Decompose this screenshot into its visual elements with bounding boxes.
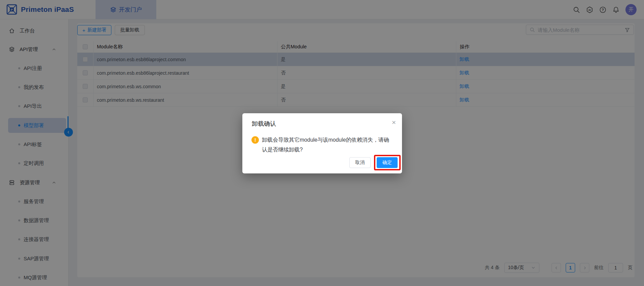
close-icon[interactable]: × [392, 119, 396, 126]
app-screen: P Primeton iPaaS 开发门户 AI ? [0, 0, 644, 286]
cancel-button[interactable]: 取消 [349, 157, 371, 168]
unload-confirm-dialog: 卸载确认 × ! 卸载会导致其它module与该module的依赖消失，请确认是… [242, 113, 402, 173]
dialog-message: 卸载会导致其它module与该module的依赖消失，请确认是否继续卸载? [262, 135, 394, 154]
dialog-title: 卸载确认 [252, 120, 276, 128]
warning-icon: ! [251, 136, 259, 144]
confirm-button[interactable]: 确定 [377, 157, 398, 168]
